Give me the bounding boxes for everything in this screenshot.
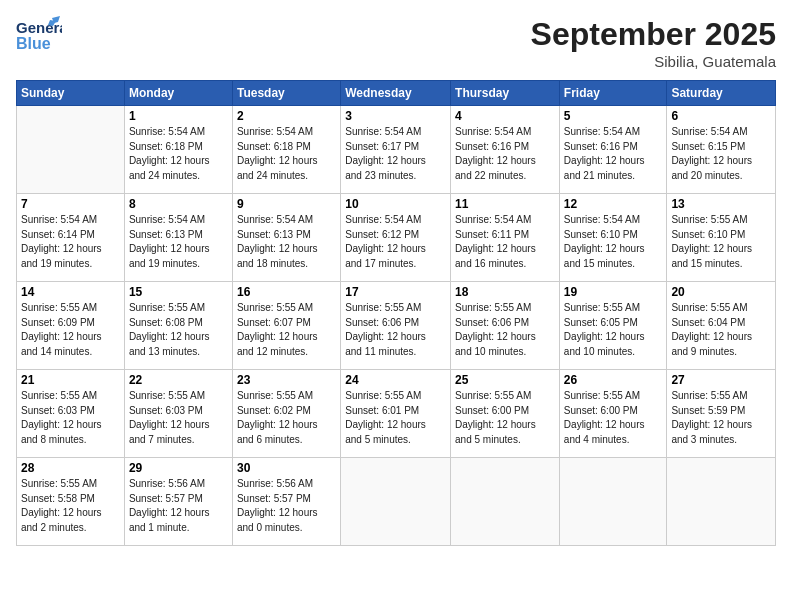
table-row: 12Sunrise: 5:54 AM Sunset: 6:10 PM Dayli… — [559, 194, 667, 282]
calendar-week-row: 1Sunrise: 5:54 AM Sunset: 6:18 PM Daylig… — [17, 106, 776, 194]
table-row: 4Sunrise: 5:54 AM Sunset: 6:16 PM Daylig… — [451, 106, 560, 194]
day-info: Sunrise: 5:55 AM Sunset: 6:02 PM Dayligh… — [237, 389, 336, 447]
table-row — [559, 458, 667, 546]
day-info: Sunrise: 5:54 AM Sunset: 6:18 PM Dayligh… — [237, 125, 336, 183]
table-row: 26Sunrise: 5:55 AM Sunset: 6:00 PM Dayli… — [559, 370, 667, 458]
day-number: 9 — [237, 197, 336, 211]
table-row: 29Sunrise: 5:56 AM Sunset: 5:57 PM Dayli… — [124, 458, 232, 546]
table-row — [341, 458, 451, 546]
calendar-week-row: 14Sunrise: 5:55 AM Sunset: 6:09 PM Dayli… — [17, 282, 776, 370]
table-row: 16Sunrise: 5:55 AM Sunset: 6:07 PM Dayli… — [232, 282, 340, 370]
day-number: 29 — [129, 461, 228, 475]
day-number: 12 — [564, 197, 663, 211]
col-friday: Friday — [559, 81, 667, 106]
day-number: 10 — [345, 197, 446, 211]
day-info: Sunrise: 5:54 AM Sunset: 6:15 PM Dayligh… — [671, 125, 771, 183]
day-info: Sunrise: 5:55 AM Sunset: 6:08 PM Dayligh… — [129, 301, 228, 359]
day-info: Sunrise: 5:55 AM Sunset: 6:05 PM Dayligh… — [564, 301, 663, 359]
table-row: 1Sunrise: 5:54 AM Sunset: 6:18 PM Daylig… — [124, 106, 232, 194]
day-number: 3 — [345, 109, 446, 123]
col-thursday: Thursday — [451, 81, 560, 106]
day-info: Sunrise: 5:55 AM Sunset: 6:03 PM Dayligh… — [21, 389, 120, 447]
calendar-body: 1Sunrise: 5:54 AM Sunset: 6:18 PM Daylig… — [17, 106, 776, 546]
day-info: Sunrise: 5:55 AM Sunset: 6:04 PM Dayligh… — [671, 301, 771, 359]
day-info: Sunrise: 5:54 AM Sunset: 6:12 PM Dayligh… — [345, 213, 446, 271]
day-info: Sunrise: 5:54 AM Sunset: 6:16 PM Dayligh… — [455, 125, 555, 183]
col-wednesday: Wednesday — [341, 81, 451, 106]
month-title: September 2025 — [531, 16, 776, 53]
day-number: 24 — [345, 373, 446, 387]
day-info: Sunrise: 5:56 AM Sunset: 5:57 PM Dayligh… — [237, 477, 336, 535]
day-number: 2 — [237, 109, 336, 123]
table-row: 24Sunrise: 5:55 AM Sunset: 6:01 PM Dayli… — [341, 370, 451, 458]
col-sunday: Sunday — [17, 81, 125, 106]
day-number: 28 — [21, 461, 120, 475]
day-info: Sunrise: 5:55 AM Sunset: 6:06 PM Dayligh… — [345, 301, 446, 359]
table-row: 23Sunrise: 5:55 AM Sunset: 6:02 PM Dayli… — [232, 370, 340, 458]
logo-svg: General Blue — [16, 16, 62, 56]
day-number: 22 — [129, 373, 228, 387]
day-info: Sunrise: 5:54 AM Sunset: 6:10 PM Dayligh… — [564, 213, 663, 271]
table-row: 3Sunrise: 5:54 AM Sunset: 6:17 PM Daylig… — [341, 106, 451, 194]
table-row: 2Sunrise: 5:54 AM Sunset: 6:18 PM Daylig… — [232, 106, 340, 194]
calendar-week-row: 28Sunrise: 5:55 AM Sunset: 5:58 PM Dayli… — [17, 458, 776, 546]
table-row: 7Sunrise: 5:54 AM Sunset: 6:14 PM Daylig… — [17, 194, 125, 282]
title-block: September 2025 Sibilia, Guatemala — [531, 16, 776, 70]
day-number: 30 — [237, 461, 336, 475]
day-info: Sunrise: 5:55 AM Sunset: 6:06 PM Dayligh… — [455, 301, 555, 359]
table-row: 21Sunrise: 5:55 AM Sunset: 6:03 PM Dayli… — [17, 370, 125, 458]
table-row: 9Sunrise: 5:54 AM Sunset: 6:13 PM Daylig… — [232, 194, 340, 282]
table-row — [17, 106, 125, 194]
table-row: 10Sunrise: 5:54 AM Sunset: 6:12 PM Dayli… — [341, 194, 451, 282]
day-info: Sunrise: 5:55 AM Sunset: 5:59 PM Dayligh… — [671, 389, 771, 447]
table-row: 13Sunrise: 5:55 AM Sunset: 6:10 PM Dayli… — [667, 194, 776, 282]
day-info: Sunrise: 5:55 AM Sunset: 6:07 PM Dayligh… — [237, 301, 336, 359]
table-row: 15Sunrise: 5:55 AM Sunset: 6:08 PM Dayli… — [124, 282, 232, 370]
day-info: Sunrise: 5:54 AM Sunset: 6:13 PM Dayligh… — [237, 213, 336, 271]
day-info: Sunrise: 5:54 AM Sunset: 6:11 PM Dayligh… — [455, 213, 555, 271]
table-row — [451, 458, 560, 546]
table-row: 19Sunrise: 5:55 AM Sunset: 6:05 PM Dayli… — [559, 282, 667, 370]
day-number: 4 — [455, 109, 555, 123]
table-row: 6Sunrise: 5:54 AM Sunset: 6:15 PM Daylig… — [667, 106, 776, 194]
day-info: Sunrise: 5:55 AM Sunset: 6:03 PM Dayligh… — [129, 389, 228, 447]
day-info: Sunrise: 5:55 AM Sunset: 5:58 PM Dayligh… — [21, 477, 120, 535]
location-subtitle: Sibilia, Guatemala — [531, 53, 776, 70]
page: General Blue September 2025 Sibilia, Gua… — [0, 0, 792, 612]
table-row: 5Sunrise: 5:54 AM Sunset: 6:16 PM Daylig… — [559, 106, 667, 194]
table-row: 27Sunrise: 5:55 AM Sunset: 5:59 PM Dayli… — [667, 370, 776, 458]
day-number: 20 — [671, 285, 771, 299]
day-number: 27 — [671, 373, 771, 387]
day-number: 11 — [455, 197, 555, 211]
day-info: Sunrise: 5:56 AM Sunset: 5:57 PM Dayligh… — [129, 477, 228, 535]
table-row — [667, 458, 776, 546]
day-info: Sunrise: 5:54 AM Sunset: 6:14 PM Dayligh… — [21, 213, 120, 271]
day-info: Sunrise: 5:55 AM Sunset: 6:10 PM Dayligh… — [671, 213, 771, 271]
table-row: 17Sunrise: 5:55 AM Sunset: 6:06 PM Dayli… — [341, 282, 451, 370]
day-number: 19 — [564, 285, 663, 299]
day-number: 18 — [455, 285, 555, 299]
day-number: 13 — [671, 197, 771, 211]
day-info: Sunrise: 5:54 AM Sunset: 6:18 PM Dayligh… — [129, 125, 228, 183]
day-number: 21 — [21, 373, 120, 387]
day-number: 17 — [345, 285, 446, 299]
day-info: Sunrise: 5:55 AM Sunset: 6:00 PM Dayligh… — [455, 389, 555, 447]
day-info: Sunrise: 5:55 AM Sunset: 6:01 PM Dayligh… — [345, 389, 446, 447]
day-number: 23 — [237, 373, 336, 387]
table-row: 20Sunrise: 5:55 AM Sunset: 6:04 PM Dayli… — [667, 282, 776, 370]
day-number: 14 — [21, 285, 120, 299]
table-row: 8Sunrise: 5:54 AM Sunset: 6:13 PM Daylig… — [124, 194, 232, 282]
calendar-table: Sunday Monday Tuesday Wednesday Thursday… — [16, 80, 776, 546]
day-number: 6 — [671, 109, 771, 123]
calendar-header-row: Sunday Monday Tuesday Wednesday Thursday… — [17, 81, 776, 106]
day-number: 26 — [564, 373, 663, 387]
logo: General Blue — [16, 16, 64, 56]
table-row: 30Sunrise: 5:56 AM Sunset: 5:57 PM Dayli… — [232, 458, 340, 546]
day-info: Sunrise: 5:55 AM Sunset: 6:00 PM Dayligh… — [564, 389, 663, 447]
day-number: 7 — [21, 197, 120, 211]
calendar-week-row: 21Sunrise: 5:55 AM Sunset: 6:03 PM Dayli… — [17, 370, 776, 458]
table-row: 18Sunrise: 5:55 AM Sunset: 6:06 PM Dayli… — [451, 282, 560, 370]
col-saturday: Saturday — [667, 81, 776, 106]
day-number: 5 — [564, 109, 663, 123]
col-tuesday: Tuesday — [232, 81, 340, 106]
